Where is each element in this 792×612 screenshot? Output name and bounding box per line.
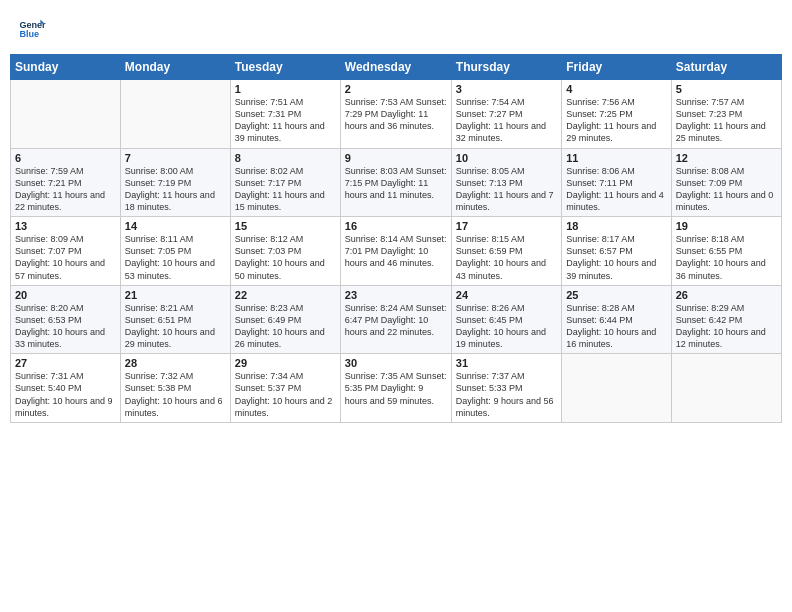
- calendar-cell: 25Sunrise: 8:28 AM Sunset: 6:44 PM Dayli…: [562, 285, 671, 354]
- day-number: 9: [345, 152, 447, 164]
- cell-content: Sunrise: 8:05 AM Sunset: 7:13 PM Dayligh…: [456, 165, 557, 214]
- calendar-cell: [11, 80, 121, 149]
- calendar-cell: [562, 354, 671, 423]
- day-number: 14: [125, 220, 226, 232]
- day-number: 24: [456, 289, 557, 301]
- day-number: 25: [566, 289, 666, 301]
- day-number: 21: [125, 289, 226, 301]
- calendar-cell: 30Sunrise: 7:35 AM Sunset: 5:35 PM Dayli…: [340, 354, 451, 423]
- cell-content: Sunrise: 7:57 AM Sunset: 7:23 PM Dayligh…: [676, 96, 777, 145]
- calendar-cell: 19Sunrise: 8:18 AM Sunset: 6:55 PM Dayli…: [671, 217, 781, 286]
- calendar-cell: 6Sunrise: 7:59 AM Sunset: 7:21 PM Daylig…: [11, 148, 121, 217]
- weekday-header-tuesday: Tuesday: [230, 55, 340, 80]
- calendar-cell: 4Sunrise: 7:56 AM Sunset: 7:25 PM Daylig…: [562, 80, 671, 149]
- weekday-header-thursday: Thursday: [451, 55, 561, 80]
- cell-content: Sunrise: 8:06 AM Sunset: 7:11 PM Dayligh…: [566, 165, 666, 214]
- cell-content: Sunrise: 8:26 AM Sunset: 6:45 PM Dayligh…: [456, 302, 557, 351]
- day-number: 31: [456, 357, 557, 369]
- day-number: 20: [15, 289, 116, 301]
- day-number: 7: [125, 152, 226, 164]
- calendar-cell: 3Sunrise: 7:54 AM Sunset: 7:27 PM Daylig…: [451, 80, 561, 149]
- calendar-cell: 20Sunrise: 8:20 AM Sunset: 6:53 PM Dayli…: [11, 285, 121, 354]
- cell-content: Sunrise: 7:54 AM Sunset: 7:27 PM Dayligh…: [456, 96, 557, 145]
- calendar-cell: 2Sunrise: 7:53 AM Sunset: 7:29 PM Daylig…: [340, 80, 451, 149]
- calendar-cell: 5Sunrise: 7:57 AM Sunset: 7:23 PM Daylig…: [671, 80, 781, 149]
- cell-content: Sunrise: 8:18 AM Sunset: 6:55 PM Dayligh…: [676, 233, 777, 282]
- day-number: 4: [566, 83, 666, 95]
- cell-content: Sunrise: 8:21 AM Sunset: 6:51 PM Dayligh…: [125, 302, 226, 351]
- cell-content: Sunrise: 8:11 AM Sunset: 7:05 PM Dayligh…: [125, 233, 226, 282]
- cell-content: Sunrise: 8:24 AM Sunset: 6:47 PM Dayligh…: [345, 302, 447, 338]
- calendar-cell: 15Sunrise: 8:12 AM Sunset: 7:03 PM Dayli…: [230, 217, 340, 286]
- day-number: 29: [235, 357, 336, 369]
- cell-content: Sunrise: 7:34 AM Sunset: 5:37 PM Dayligh…: [235, 370, 336, 419]
- cell-content: Sunrise: 7:53 AM Sunset: 7:29 PM Dayligh…: [345, 96, 447, 132]
- calendar-cell: 14Sunrise: 8:11 AM Sunset: 7:05 PM Dayli…: [120, 217, 230, 286]
- day-number: 2: [345, 83, 447, 95]
- calendar-cell: 18Sunrise: 8:17 AM Sunset: 6:57 PM Dayli…: [562, 217, 671, 286]
- calendar-cell: 17Sunrise: 8:15 AM Sunset: 6:59 PM Dayli…: [451, 217, 561, 286]
- day-number: 30: [345, 357, 447, 369]
- calendar-cell: 8Sunrise: 8:02 AM Sunset: 7:17 PM Daylig…: [230, 148, 340, 217]
- calendar-cell: 26Sunrise: 8:29 AM Sunset: 6:42 PM Dayli…: [671, 285, 781, 354]
- day-number: 17: [456, 220, 557, 232]
- cell-content: Sunrise: 8:03 AM Sunset: 7:15 PM Dayligh…: [345, 165, 447, 201]
- cell-content: Sunrise: 8:17 AM Sunset: 6:57 PM Dayligh…: [566, 233, 666, 282]
- cell-content: Sunrise: 8:08 AM Sunset: 7:09 PM Dayligh…: [676, 165, 777, 214]
- cell-content: Sunrise: 7:32 AM Sunset: 5:38 PM Dayligh…: [125, 370, 226, 419]
- calendar-cell: 12Sunrise: 8:08 AM Sunset: 7:09 PM Dayli…: [671, 148, 781, 217]
- cell-content: Sunrise: 8:15 AM Sunset: 6:59 PM Dayligh…: [456, 233, 557, 282]
- weekday-header-wednesday: Wednesday: [340, 55, 451, 80]
- calendar-cell: 16Sunrise: 8:14 AM Sunset: 7:01 PM Dayli…: [340, 217, 451, 286]
- cell-content: Sunrise: 8:14 AM Sunset: 7:01 PM Dayligh…: [345, 233, 447, 269]
- calendar-table: SundayMondayTuesdayWednesdayThursdayFrid…: [10, 54, 782, 423]
- calendar-cell: 23Sunrise: 8:24 AM Sunset: 6:47 PM Dayli…: [340, 285, 451, 354]
- weekday-header-sunday: Sunday: [11, 55, 121, 80]
- day-number: 3: [456, 83, 557, 95]
- day-number: 18: [566, 220, 666, 232]
- cell-content: Sunrise: 7:37 AM Sunset: 5:33 PM Dayligh…: [456, 370, 557, 419]
- day-number: 26: [676, 289, 777, 301]
- calendar-cell: [671, 354, 781, 423]
- cell-content: Sunrise: 7:59 AM Sunset: 7:21 PM Dayligh…: [15, 165, 116, 214]
- cell-content: Sunrise: 8:20 AM Sunset: 6:53 PM Dayligh…: [15, 302, 116, 351]
- day-number: 6: [15, 152, 116, 164]
- week-row-2: 6Sunrise: 7:59 AM Sunset: 7:21 PM Daylig…: [11, 148, 782, 217]
- week-row-4: 20Sunrise: 8:20 AM Sunset: 6:53 PM Dayli…: [11, 285, 782, 354]
- week-row-5: 27Sunrise: 7:31 AM Sunset: 5:40 PM Dayli…: [11, 354, 782, 423]
- day-number: 16: [345, 220, 447, 232]
- cell-content: Sunrise: 8:28 AM Sunset: 6:44 PM Dayligh…: [566, 302, 666, 351]
- cell-content: Sunrise: 7:35 AM Sunset: 5:35 PM Dayligh…: [345, 370, 447, 406]
- week-row-3: 13Sunrise: 8:09 AM Sunset: 7:07 PM Dayli…: [11, 217, 782, 286]
- calendar-cell: 10Sunrise: 8:05 AM Sunset: 7:13 PM Dayli…: [451, 148, 561, 217]
- header: General Blue: [10, 10, 782, 46]
- day-number: 13: [15, 220, 116, 232]
- week-row-1: 1Sunrise: 7:51 AM Sunset: 7:31 PM Daylig…: [11, 80, 782, 149]
- calendar-cell: 1Sunrise: 7:51 AM Sunset: 7:31 PM Daylig…: [230, 80, 340, 149]
- cell-content: Sunrise: 8:02 AM Sunset: 7:17 PM Dayligh…: [235, 165, 336, 214]
- calendar-cell: 28Sunrise: 7:32 AM Sunset: 5:38 PM Dayli…: [120, 354, 230, 423]
- cell-content: Sunrise: 7:51 AM Sunset: 7:31 PM Dayligh…: [235, 96, 336, 145]
- calendar-cell: [120, 80, 230, 149]
- cell-content: Sunrise: 8:00 AM Sunset: 7:19 PM Dayligh…: [125, 165, 226, 214]
- day-number: 19: [676, 220, 777, 232]
- day-number: 8: [235, 152, 336, 164]
- weekday-header-friday: Friday: [562, 55, 671, 80]
- day-number: 5: [676, 83, 777, 95]
- day-number: 1: [235, 83, 336, 95]
- calendar-cell: 31Sunrise: 7:37 AM Sunset: 5:33 PM Dayli…: [451, 354, 561, 423]
- day-number: 22: [235, 289, 336, 301]
- day-number: 15: [235, 220, 336, 232]
- calendar-cell: 9Sunrise: 8:03 AM Sunset: 7:15 PM Daylig…: [340, 148, 451, 217]
- day-number: 10: [456, 152, 557, 164]
- calendar-cell: 13Sunrise: 8:09 AM Sunset: 7:07 PM Dayli…: [11, 217, 121, 286]
- weekday-header-saturday: Saturday: [671, 55, 781, 80]
- cell-content: Sunrise: 8:12 AM Sunset: 7:03 PM Dayligh…: [235, 233, 336, 282]
- calendar-cell: 21Sunrise: 8:21 AM Sunset: 6:51 PM Dayli…: [120, 285, 230, 354]
- day-number: 28: [125, 357, 226, 369]
- calendar-cell: 29Sunrise: 7:34 AM Sunset: 5:37 PM Dayli…: [230, 354, 340, 423]
- cell-content: Sunrise: 8:29 AM Sunset: 6:42 PM Dayligh…: [676, 302, 777, 351]
- calendar-cell: 24Sunrise: 8:26 AM Sunset: 6:45 PM Dayli…: [451, 285, 561, 354]
- cell-content: Sunrise: 7:56 AM Sunset: 7:25 PM Dayligh…: [566, 96, 666, 145]
- weekday-header-row: SundayMondayTuesdayWednesdayThursdayFrid…: [11, 55, 782, 80]
